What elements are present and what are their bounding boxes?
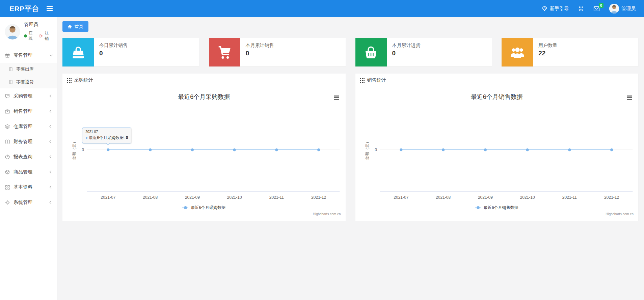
svg-text:2021-11: 2021-11 (269, 195, 284, 200)
chart-y-axis-title: 金额（元） (364, 140, 370, 160)
sidebar-menu: 零售管理 零售出库 (0, 48, 57, 210)
tab-home[interactable]: 首页 (62, 21, 88, 32)
chart-canvas: 02021-072021-082021-092021-102021-112021… (62, 87, 346, 221)
grid-icon (5, 185, 10, 190)
highcharts-credits-link[interactable]: Highcharts.com.cn (313, 212, 341, 216)
tooltip-body: ● 最近6个月采购数据: 0 (85, 135, 128, 141)
avatar (5, 24, 20, 39)
svg-text:2021-08: 2021-08 (436, 195, 451, 200)
svg-text:2021-12: 2021-12 (311, 195, 326, 200)
chart-legend-item[interactable]: 最近6个月销售数据 (355, 205, 639, 211)
sidebar-user-panel: 管理员 在线 注销 (0, 17, 57, 46)
journal-icon (8, 80, 13, 84)
chart-canvas: 02021-072021-082021-092021-102021-112021… (355, 87, 639, 221)
chevron-left-icon (50, 201, 53, 204)
chevron-left-icon (50, 110, 53, 113)
chart-context-menu-icon[interactable] (333, 94, 340, 101)
panel-header: 销售统计 (355, 74, 639, 87)
chevron-left-icon (50, 155, 53, 159)
gear-icon (5, 200, 10, 205)
package-icon (5, 169, 10, 175)
svg-text:2021-09: 2021-09 (478, 195, 492, 200)
stat-card-label: 本月累计进货 (392, 43, 421, 49)
briefcase-icon (5, 109, 10, 114)
chevron-left-icon (50, 94, 53, 98)
sidebar-item-label: 基本资料 (14, 184, 32, 190)
svg-text:2021-09: 2021-09 (185, 195, 200, 200)
panel-sales-stats: 销售统计 02021-072021-082021-092021-102021-1… (355, 74, 639, 221)
journal-icon (8, 67, 13, 72)
stat-card-value: 0 (99, 50, 128, 57)
chart-title: 最近6个月采购数据 (62, 93, 346, 101)
sidebar-item-retail-return[interactable]: 零售退货 (0, 76, 57, 88)
stat-card-value: 0 (246, 50, 274, 57)
chart-legend-item[interactable]: 最近6个月采购数据 (62, 205, 346, 211)
message-count-badge: 0 (599, 3, 603, 8)
sidebar-item-goods[interactable]: 商品管理 (0, 164, 57, 180)
chevron-left-icon (50, 125, 53, 128)
tab-label: 首页 (75, 24, 83, 30)
logout-icon (39, 34, 43, 38)
chat-icon (5, 93, 10, 99)
stat-card-value: 0 (392, 50, 421, 57)
chart-title: 最近6个月销售数据 (355, 93, 639, 101)
user-menu[interactable]: 管理员 (609, 4, 636, 13)
sidebar-item-retail[interactable]: 零售管理 (0, 48, 57, 63)
layers-icon (5, 124, 10, 129)
svg-text:0: 0 (82, 147, 84, 152)
sidebar-item-label: 采购管理 (14, 93, 32, 99)
th-grid-icon (360, 78, 365, 83)
sidebar-item-label: 零售退货 (16, 79, 34, 85)
sidebar-item-warehouse[interactable]: 仓库管理 (0, 119, 57, 134)
stat-card-today-sales[interactable]: 今日累计销售 0 (62, 38, 199, 66)
panel-title: 销售统计 (367, 77, 386, 83)
sidebar-item-sales[interactable]: 销售管理 (0, 104, 57, 119)
legend-label: 最近6个月采购数据 (191, 205, 225, 211)
online-status-dot (24, 34, 27, 37)
top-navbar: ERP平台 新手引导 0 (0, 0, 644, 17)
messages-button[interactable]: 0 (593, 6, 600, 11)
chart-context-menu-icon[interactable] (626, 94, 633, 101)
stat-card-month-purchase[interactable]: 本月累计进货 0 (355, 38, 492, 66)
svg-text:2021-12: 2021-12 (604, 195, 619, 200)
panel-purchase-stats: 采购统计 02021-072021-082021-092021-102021-1… (62, 74, 346, 221)
sidebar-item-system[interactable]: 系统管理 (0, 195, 57, 210)
purchase-chart: 02021-072021-082021-092021-102021-112021… (62, 87, 346, 221)
chart-y-axis-title: 金额（元） (72, 140, 77, 160)
sidebar-item-finance[interactable]: 财务管理 (0, 134, 57, 149)
svg-text:2021-07: 2021-07 (101, 195, 115, 200)
svg-text:2021-08: 2021-08 (143, 195, 158, 200)
stat-card-user-count[interactable]: 用户数量 22 (502, 38, 638, 66)
sales-chart: 02021-072021-082021-092021-102021-112021… (355, 87, 639, 221)
highcharts-credits-link[interactable]: Highcharts.com.cn (606, 212, 634, 216)
tab-bar: 首页 (62, 19, 638, 34)
logout-link[interactable]: 注销 (39, 30, 52, 42)
sidebar-item-label: 财务管理 (14, 139, 32, 145)
stat-card-value: 22 (538, 50, 557, 57)
sidebar-item-label: 系统管理 (14, 199, 32, 206)
panel-header: 采购统计 (62, 74, 346, 87)
main-content: 首页 今日累计销售 0 (57, 17, 644, 300)
guide-label: 新手引导 (550, 6, 569, 12)
tooltip-header: 2021-07 (85, 130, 128, 134)
app-brand: ERP平台 (0, 4, 39, 13)
sidebar-item-retail-outbound[interactable]: 零售出库 (0, 63, 57, 76)
sidebar-toggle-icon[interactable] (47, 6, 53, 11)
sidebar-item-reports[interactable]: 报表查询 (0, 149, 57, 164)
stat-card-label: 今日累计销售 (99, 43, 128, 49)
diamond-icon (542, 6, 547, 11)
svg-text:0: 0 (375, 147, 377, 152)
svg-text:2021-10: 2021-10 (227, 195, 242, 200)
stat-card-month-sales[interactable]: 本月累计销售 0 (209, 38, 346, 66)
stat-cards-row: 今日累计销售 0 本月累计销售 0 (62, 38, 638, 66)
pie-chart-icon (5, 154, 10, 160)
fullscreen-icon (578, 6, 584, 11)
chevron-left-icon (50, 186, 53, 189)
guide-button[interactable]: 新手引导 (542, 6, 569, 12)
fullscreen-button[interactable] (578, 6, 584, 11)
sidebar-item-basic-data[interactable]: 基本资料 (0, 180, 57, 195)
bag-icon (62, 38, 94, 66)
svg-text:2021-11: 2021-11 (562, 195, 576, 200)
sidebar-submenu-retail: 零售出库 零售退货 (0, 63, 57, 88)
sidebar-item-purchase[interactable]: 采购管理 (0, 88, 57, 104)
